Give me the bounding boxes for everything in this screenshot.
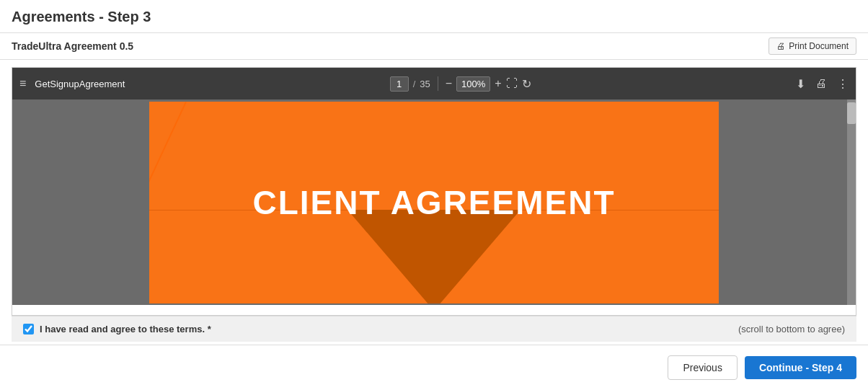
page-header: Agreements - Step 3 [0, 0, 868, 33]
agree-label: I have read and agree to these terms. * [40, 324, 211, 334]
pdf-container: ≡ GetSignupAgreement 1 / 35 − 100% + ⛶ ↻… [12, 67, 856, 316]
total-pages: 35 [420, 79, 430, 89]
footer: Previous Continue - Step 4 [0, 345, 868, 390]
zoom-in-icon[interactable]: + [495, 77, 501, 90]
triangle-shape [347, 210, 521, 303]
sub-header: TradeUltra Agreement 0.5 🖨 Print Documen… [0, 33, 868, 60]
agreement-subtitle: TradeUltra Agreement 0.5 [12, 40, 133, 52]
pdf-toolbar-right: ⬇ 🖨 ⋮ [796, 77, 849, 91]
pdf-toolbar: ≡ GetSignupAgreement 1 / 35 − 100% + ⛶ ↻… [12, 68, 856, 99]
previous-button[interactable]: Previous [668, 355, 737, 380]
diagonal-line [149, 102, 187, 303]
rotate-icon[interactable]: ↻ [522, 77, 531, 91]
pdf-scrollbar[interactable] [847, 99, 856, 305]
client-agreement-text: CLIENT AGREEMENT [252, 183, 615, 222]
zoom-out-icon[interactable]: − [446, 77, 452, 90]
pdf-toolbar-left: ≡ GetSignupAgreement [19, 77, 125, 90]
page-title: Agreements - Step 3 [12, 9, 856, 25]
page-separator: / [413, 79, 416, 89]
hamburger-icon[interactable]: ≡ [19, 77, 26, 90]
fit-page-icon[interactable]: ⛶ [506, 77, 518, 90]
pdf-filename: GetSignupAgreement [35, 79, 125, 89]
download-icon[interactable]: ⬇ [796, 77, 805, 91]
current-page[interactable]: 1 [390, 76, 409, 92]
zoom-level[interactable]: 100% [456, 76, 490, 92]
print-small-icon: 🖨 [776, 41, 785, 51]
print-document-button[interactable]: 🖨 Print Document [769, 37, 856, 55]
agree-bar: I have read and agree to these terms. * … [12, 316, 856, 342]
pdf-page: CLIENT AGREEMENT [149, 102, 719, 303]
scroll-hint: (scroll to bottom to agree) [738, 324, 845, 334]
agree-checkbox[interactable] [23, 324, 34, 334]
print-icon[interactable]: 🖨 [815, 77, 827, 90]
page-wrapper: Agreements - Step 3 TradeUltra Agreement… [0, 0, 868, 390]
continue-button[interactable]: Continue - Step 4 [745, 356, 856, 379]
pdf-viewer: CLIENT AGREEMENT [12, 99, 856, 305]
print-button-label: Print Document [789, 41, 849, 51]
more-icon[interactable]: ⋮ [837, 77, 849, 91]
pdf-scrollbar-thumb [847, 102, 856, 124]
agree-left: I have read and agree to these terms. * [23, 324, 211, 334]
page-indicator: 1 / 35 − 100% + ⛶ ↻ [390, 76, 531, 92]
pdf-toolbar-inner: ≡ GetSignupAgreement 1 / 35 − 100% + ⛶ ↻… [19, 76, 849, 92]
toolbar-divider [438, 76, 438, 91]
